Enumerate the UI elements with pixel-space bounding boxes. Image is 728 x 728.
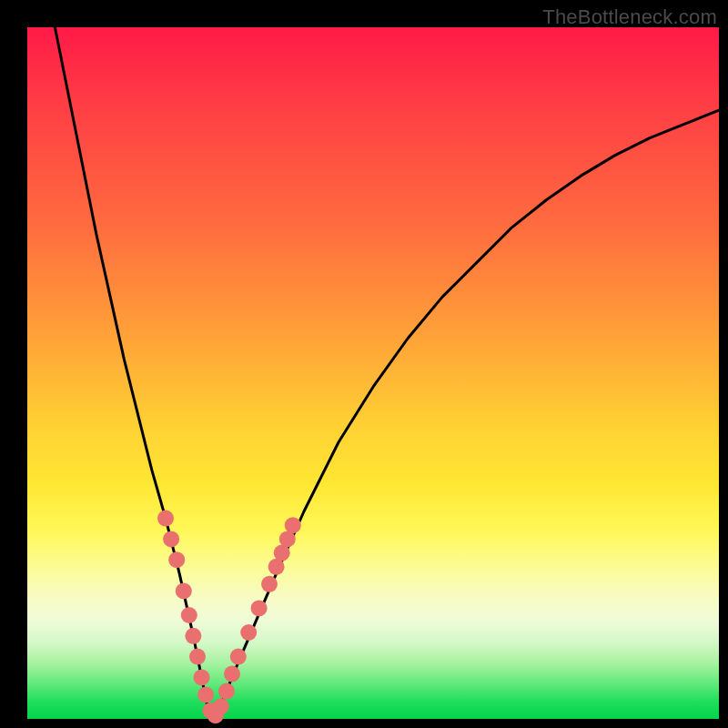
highlight-point — [213, 698, 229, 714]
highlight-point — [168, 551, 185, 568]
highlight-point — [285, 517, 301, 533]
watermark-text: TheBottleneck.com — [542, 5, 717, 29]
highlight-point — [163, 531, 179, 547]
highlight-point — [189, 649, 206, 665]
highlight-point — [230, 649, 247, 665]
highlight-point — [218, 683, 235, 700]
highlight-point — [240, 624, 257, 641]
highlight-point — [224, 666, 240, 682]
highlight-point — [197, 686, 214, 703]
highlight-point — [157, 511, 174, 527]
marker-layer — [157, 511, 301, 724]
curve-layer — [55, 27, 719, 719]
bottleneck-curve — [55, 27, 719, 719]
highlight-point — [251, 600, 268, 616]
chart-frame: TheBottleneck.com — [0, 0, 728, 728]
highlight-point — [181, 607, 197, 623]
highlight-point — [176, 582, 192, 599]
highlight-point — [261, 576, 278, 592]
chart-svg — [27, 27, 719, 719]
highlight-point — [185, 628, 201, 644]
highlight-point — [194, 669, 210, 685]
